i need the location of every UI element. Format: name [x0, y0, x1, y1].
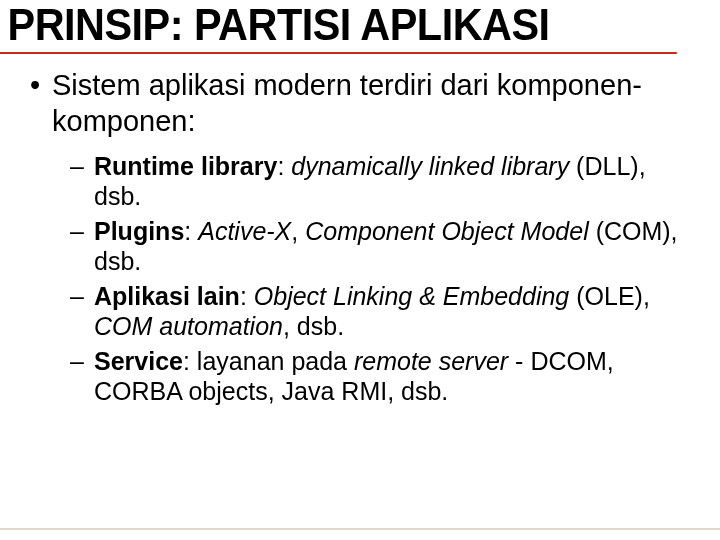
bullet-list-level1: Sistem aplikasi modern terdiri dari komp… — [28, 68, 692, 407]
item-label: Aplikasi lain — [94, 282, 240, 310]
bullet-list-level2: Runtime library: dynamically linked libr… — [70, 151, 692, 407]
slide: PRINSIP: PARTISI APLIKASI Sistem aplikas… — [0, 0, 720, 540]
list-item: Aplikasi lain: Object Linking & Embeddin… — [70, 281, 692, 342]
item-label: Plugins — [94, 217, 184, 245]
list-item: Service: layanan pada remote server - DC… — [70, 346, 692, 407]
item-label: Runtime library — [94, 152, 277, 180]
intro-bullet: Sistem aplikasi modern terdiri dari komp… — [28, 68, 692, 407]
item-label: Service — [94, 347, 183, 375]
slide-title: PRINSIP: PARTISI APLIKASI — [0, 2, 677, 54]
list-item: Plugins: Active-X, Component Object Mode… — [70, 216, 692, 277]
list-item: Runtime library: dynamically linked libr… — [70, 151, 692, 212]
intro-text: Sistem aplikasi modern terdiri dari komp… — [52, 69, 642, 136]
footer-divider — [0, 528, 720, 530]
